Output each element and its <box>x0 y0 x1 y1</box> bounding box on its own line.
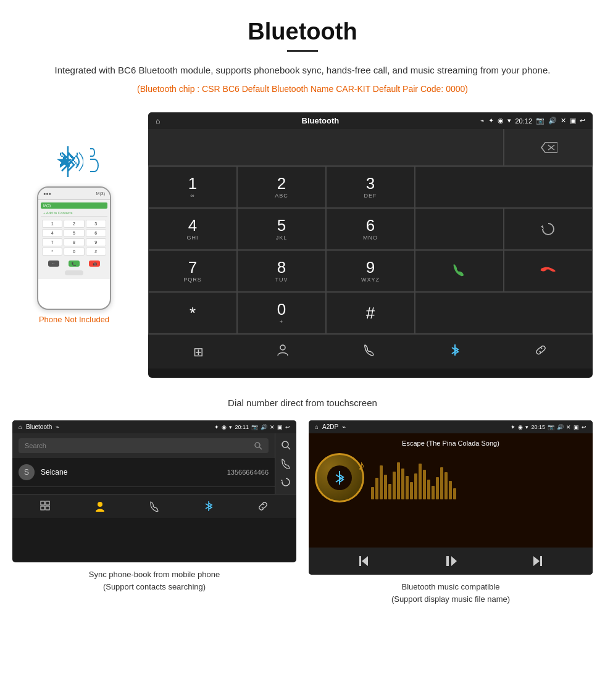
key-4[interactable]: 4 GHI <box>148 208 237 250</box>
redial-button[interactable] <box>504 208 593 250</box>
pb-call-side-icon[interactable] <box>280 458 291 469</box>
bluetooth-bottom-icon[interactable] <box>448 343 462 360</box>
dial-caption: Dial number direct from touchscreen <box>0 398 605 408</box>
pb-contact-number: 13566664466 <box>227 469 269 476</box>
pb-vol-icon: 🔊 <box>261 424 267 430</box>
prev-track-icon[interactable] <box>357 554 372 569</box>
phone-key-2[interactable]: 2 <box>64 220 84 228</box>
phone-home-button[interactable] <box>65 270 83 275</box>
pb-home-icon[interactable]: ⌂ <box>19 423 22 430</box>
music-home-icon[interactable]: ⌂ <box>315 423 319 430</box>
svg-rect-20 <box>359 556 361 566</box>
music-vol-icon: 🔊 <box>557 424 564 430</box>
phone-key-4[interactable]: 4 <box>42 229 62 237</box>
key-8-number: 8 <box>277 259 286 275</box>
pb-bt-bottom-icon[interactable] <box>203 501 214 512</box>
eq-bar-15 <box>432 486 435 499</box>
key-5[interactable]: 5 JKL <box>237 208 326 250</box>
next-track-icon[interactable] <box>530 554 544 569</box>
key-8[interactable]: 8 TUV <box>237 250 326 292</box>
music-back-icon[interactable]: ↩ <box>582 424 586 430</box>
page-specs: (Bluetooth chip : CSR BC6 Default Blueto… <box>49 84 556 94</box>
phone-key-8[interactable]: 8 <box>64 238 84 246</box>
music-note-icon: ♪ <box>358 457 365 473</box>
phone-screen: M(3) + Add to Contacts 1 2 3 4 5 6 7 8 9… <box>38 200 110 279</box>
eq-bar-2 <box>375 478 378 499</box>
music-signal-icon: ▾ <box>525 424 528 430</box>
pb-phone-icon[interactable] <box>149 501 160 512</box>
end-call-icon <box>539 262 557 280</box>
eq-bar-17 <box>440 467 443 499</box>
music-album-inner <box>327 465 352 490</box>
eq-bar-6 <box>393 472 396 499</box>
phone-back-btn: ← <box>48 260 59 267</box>
key-9-letters: WXYZ <box>361 277 380 283</box>
volume-icon: 🔊 <box>548 117 557 125</box>
pb-search-placeholder: Search <box>25 442 46 449</box>
bt-icon-area: ★ ⯵ <box>49 143 99 186</box>
pb-search-side-icon[interactable] <box>280 440 291 451</box>
key-hash-symbol: # <box>366 305 375 321</box>
phone-key-7[interactable]: 7 <box>42 238 62 246</box>
key-1-number: 1 <box>188 175 197 191</box>
key-3[interactable]: 3 DEF <box>326 166 415 208</box>
phone-key-9[interactable]: 9 <box>86 238 106 246</box>
contacts-icon[interactable] <box>276 343 290 360</box>
phone-icon[interactable] <box>362 343 375 360</box>
end-call-button[interactable] <box>504 250 593 292</box>
music-block: ⌂ A2DP ⌁ ✦ ◉ ▾ 20:15 📷 🔊 ✕ ▣ ↩ <box>309 420 593 605</box>
pb-person-icon[interactable] <box>94 501 106 512</box>
dialpad-icon[interactable]: ⊞ <box>193 344 204 359</box>
bluetooth-svg-icon <box>52 143 83 180</box>
phone-call-btn[interactable]: 📞 <box>69 260 80 267</box>
svg-marker-4 <box>541 225 544 229</box>
eq-bar-16 <box>436 477 439 499</box>
key-hash[interactable]: # <box>326 292 415 334</box>
music-album-art <box>315 453 364 502</box>
phone-key-1[interactable]: 1 <box>42 220 62 228</box>
pb-refresh-side-icon[interactable] <box>280 477 291 488</box>
bluetooth-nav-icon <box>448 343 462 357</box>
phone-key-6[interactable]: 6 <box>86 229 106 237</box>
key-7[interactable]: 7 PQRS <box>148 250 237 292</box>
key-1[interactable]: 1 ∞ <box>148 166 237 208</box>
key-0[interactable]: 0 + <box>237 292 326 334</box>
pb-back-icon[interactable]: ↩ <box>285 424 290 430</box>
phone-bottom-bar: ← 📞 📵 <box>41 258 107 269</box>
dial-bottom-bar: ⊞ <box>148 334 593 369</box>
phone-key-star[interactable]: * <box>42 248 62 256</box>
eq-bar-11 <box>414 473 417 499</box>
key-6[interactable]: 6 MNO <box>326 208 415 250</box>
phonebook-block: ⌂ Bluetooth ⌁ ✦ ◉ ▾ 20:11 📷 🔊 ✕ ▣ ↩ <box>12 420 296 605</box>
pb-grid-icon[interactable] <box>40 501 51 512</box>
close-icon: ✕ <box>561 117 566 125</box>
empty-row4 <box>415 292 593 334</box>
phone-end-btn[interactable]: 📵 <box>89 260 100 267</box>
pb-right-icons <box>275 433 296 494</box>
pb-search-bar[interactable]: Search <box>19 438 269 453</box>
phone-key-3[interactable]: 3 <box>86 220 106 228</box>
phone-key-hash[interactable]: # <box>86 248 106 256</box>
music-status-bar: ⌂ A2DP ⌁ ✦ ◉ ▾ 20:15 📷 🔊 ✕ ▣ ↩ <box>309 420 593 433</box>
key-9[interactable]: 9 WXYZ <box>326 250 415 292</box>
phonebook-screen: ⌂ Bluetooth ⌁ ✦ ◉ ▾ 20:11 📷 🔊 ✕ ▣ ↩ <box>12 420 296 562</box>
pb-link-bottom-icon[interactable] <box>257 501 269 512</box>
eq-bar-14 <box>427 480 430 499</box>
phone-key-0[interactable]: 0 <box>64 248 84 256</box>
music-close-icon: ✕ <box>566 424 571 430</box>
play-pause-icon[interactable] <box>443 554 458 569</box>
pb-win-icon: ▣ <box>277 424 283 430</box>
home-icon[interactable]: ⌂ <box>156 117 160 125</box>
call-button[interactable] <box>415 250 504 292</box>
key-star[interactable]: * <box>148 292 237 334</box>
key-2[interactable]: 2 ABC <box>237 166 326 208</box>
link-icon[interactable] <box>534 343 548 360</box>
backspace-button[interactable] <box>504 129 593 166</box>
back-icon[interactable]: ↩ <box>580 117 585 125</box>
phonebook-caption: Sync phone-book from mobile phone(Suppor… <box>89 569 220 593</box>
signal-icon: ▾ <box>507 117 511 125</box>
pb-bt-icon: ✦ <box>214 424 219 430</box>
pb-contact-row[interactable]: S Seicane 13566664466 <box>12 458 275 487</box>
phone-key-5[interactable]: 5 <box>64 229 84 237</box>
call-icon <box>450 262 469 280</box>
